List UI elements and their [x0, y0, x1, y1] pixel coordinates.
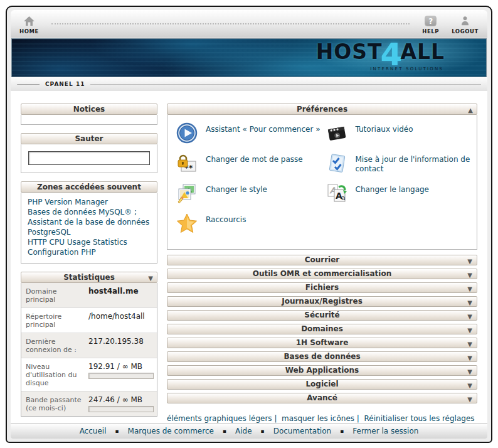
- interface-link[interactable]: éléments graphiques légers: [167, 414, 272, 423]
- footer-link[interactable]: Documentation: [252, 427, 332, 435]
- home-button[interactable]: HOME: [18, 13, 40, 35]
- logo-4: 4: [381, 39, 403, 70]
- preference-item[interactable]: Raccourcis: [176, 213, 322, 243]
- expand-arrow-icon[interactable]: ▼: [467, 270, 472, 280]
- stat-value: 217.20.195.38: [88, 337, 144, 346]
- sauter-header: Sauter: [21, 133, 157, 144]
- expand-arrow-icon[interactable]: ▼: [467, 395, 472, 404]
- help-icon: ?: [425, 14, 437, 27]
- password-lock-icon: **: [176, 152, 198, 174]
- footer-link[interactable]: Marques de commerce: [106, 427, 213, 435]
- preference-link[interactable]: Changer le langage: [356, 183, 430, 195]
- preference-item[interactable]: AAa Changer le langage: [326, 183, 472, 213]
- svg-text:a: a: [341, 194, 346, 202]
- section-bar[interactable]: Courrier ▼: [167, 255, 477, 265]
- preference-item[interactable]: Changer le style: [176, 183, 322, 213]
- expand-arrow-icon[interactable]: ▼: [467, 353, 472, 363]
- expand-arrow-icon[interactable]: ▼: [467, 284, 472, 294]
- preference-link[interactable]: Assistant « Pour commencer »: [206, 122, 321, 134]
- section-title: Web Applications: [285, 366, 359, 375]
- page: HOME ? HELP LOGOUT HOST4ALL: [0, 0, 498, 448]
- play-circle-icon: [176, 122, 198, 144]
- collapse-arrow-icon[interactable]: ▼: [148, 274, 153, 284]
- expand-arrow-icon[interactable]: ▼: [467, 257, 472, 266]
- frequent-link[interactable]: Configuration PHP: [28, 247, 151, 257]
- expand-arrow-icon[interactable]: ▼: [467, 326, 472, 335]
- section-bar[interactable]: Avancé ▼: [167, 393, 477, 403]
- main-area: Préférences ▲ Assistant « Pour commencer…: [167, 104, 477, 417]
- stats-row: Dernière connexion de : 217.20.195.38: [21, 333, 157, 358]
- section-bar[interactable]: Sécurité ▼: [167, 310, 477, 321]
- section-title: Logiciel: [305, 380, 338, 388]
- logout-button[interactable]: LOGOUT: [450, 13, 480, 35]
- footer-link[interactable]: Aide: [214, 427, 252, 435]
- stats-panel: Statistiques ▼ Domaine principal host4al…: [21, 272, 157, 417]
- frequent-link[interactable]: PHP Version Manager: [28, 197, 151, 207]
- stats-row: Domaine principal host4all.me: [21, 283, 157, 308]
- preference-link[interactable]: Raccourcis: [206, 213, 246, 225]
- stats-header[interactable]: Statistiques ▼: [21, 272, 157, 283]
- expand-arrow-icon[interactable]: ▼: [467, 298, 472, 307]
- preference-item[interactable]: Mise à jour de l'information de contact: [326, 152, 472, 183]
- expand-arrow-icon[interactable]: ▼: [467, 381, 472, 390]
- frequent-link[interactable]: PostgreSQL: [28, 227, 151, 237]
- sauter-input[interactable]: [28, 151, 150, 165]
- frequent-link[interactable]: Bases de données MySQL® ;: [28, 207, 151, 217]
- logout-label: LOGOUT: [452, 28, 479, 35]
- content: Notices Sauter Zones accédées souvent PH…: [11, 91, 487, 423]
- stat-label: Domaine principal: [26, 287, 85, 304]
- collapse-arrow-icon[interactable]: ▲: [468, 105, 473, 115]
- footer-bar: AccueilMarques de commerceAideDocumentat…: [11, 423, 487, 439]
- preference-item[interactable]: ** Changer de mot de passe: [176, 152, 322, 183]
- expand-arrow-icon[interactable]: ▼: [467, 339, 472, 349]
- topbar-separator: [51, 16, 410, 24]
- preferences-header[interactable]: Préférences ▲: [167, 104, 477, 115]
- section-title: Fichiers: [305, 283, 339, 292]
- frequent-links: PHP Version ManagerBases de données MySQ…: [21, 193, 157, 264]
- preference-link[interactable]: Changer le style: [206, 183, 267, 195]
- video-tutorials-icon: [326, 122, 347, 144]
- section-bar[interactable]: Domaines ▼: [167, 324, 477, 334]
- section-bar[interactable]: Bases de données ▼: [167, 351, 477, 362]
- shortcuts-star-icon: [176, 213, 198, 234]
- preference-link[interactable]: Changer de mot de passe: [206, 152, 303, 164]
- home-label: HOME: [19, 28, 39, 35]
- frequent-panel: Zones accédées souvent PHP Version Manag…: [21, 181, 157, 264]
- frequent-link[interactable]: HTTP CPU Usage Statistics: [28, 237, 151, 247]
- preference-link[interactable]: Mise à jour de l'information de contact: [356, 152, 472, 174]
- section-title: Courrier: [305, 255, 340, 264]
- section-title: Outils OMR et commercialisation: [253, 269, 392, 278]
- section-bar[interactable]: Fichiers ▼: [167, 282, 477, 293]
- contact-info-icon: [326, 152, 347, 174]
- stat-label: Répertoire principal: [26, 312, 85, 329]
- preference-item[interactable]: Tutoriaux vidéo: [326, 122, 472, 152]
- sidebar: Notices Sauter Zones accédées souvent PH…: [21, 104, 157, 417]
- section-bar[interactable]: Logiciel ▼: [167, 379, 477, 390]
- expand-arrow-icon[interactable]: ▼: [467, 367, 472, 376]
- footer-link[interactable]: Accueil: [80, 427, 107, 435]
- preference-item[interactable]: Assistant « Pour commencer »: [176, 122, 322, 152]
- section-bar[interactable]: 1H Software ▼: [167, 338, 477, 348]
- section-bars: Courrier ▼ Outils OMR et commercialisati…: [167, 255, 477, 403]
- help-button[interactable]: ? HELP: [421, 13, 440, 35]
- stat-value: /home/host4all: [88, 312, 145, 321]
- frequent-link[interactable]: Assistant de la base de données: [28, 217, 151, 227]
- stat-value: 247.46 / ∞ MB: [88, 395, 142, 404]
- footer-link[interactable]: Fermer la session: [331, 427, 418, 435]
- notices-header: Notices: [21, 104, 157, 115]
- section-bar[interactable]: Outils OMR et commercialisation ▼: [167, 269, 477, 279]
- expand-arrow-icon[interactable]: ▼: [467, 312, 472, 321]
- section-bar[interactable]: Journaux/Registres ▼: [167, 296, 477, 307]
- section-title: Journaux/Registres: [282, 297, 363, 306]
- preferences-title: Préférences: [297, 105, 347, 114]
- logout-icon: [460, 14, 470, 27]
- notices-panel: Notices: [21, 104, 157, 125]
- cpanel-tab[interactable]: CPANEL 11: [45, 81, 85, 87]
- section-bar[interactable]: Web Applications ▼: [167, 365, 477, 376]
- interface-link[interactable]: masquer les icônes: [272, 414, 354, 423]
- change-style-icon: [176, 183, 198, 204]
- section-title: Avancé: [307, 393, 337, 402]
- window-frame: HOME ? HELP LOGOUT HOST4ALL: [6, 6, 492, 443]
- sauter-panel: Sauter: [21, 133, 157, 173]
- preference-link[interactable]: Tutoriaux vidéo: [356, 122, 413, 134]
